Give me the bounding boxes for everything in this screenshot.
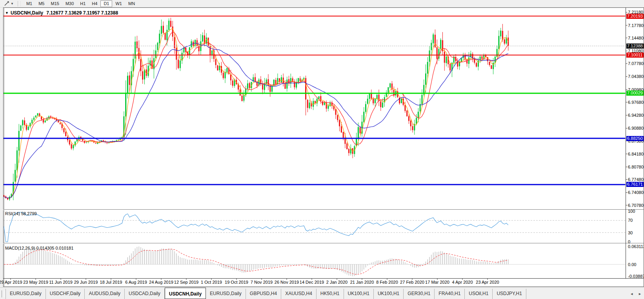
tabbar-grip[interactable] — [2, 290, 4, 297]
tab-scroll-right-icon[interactable]: ► — [636, 289, 644, 299]
chart-tab-gbpusd-h4[interactable]: GBPUSD,H4 — [246, 289, 281, 299]
chart-tab-ger30-h1[interactable]: GER30,H1 — [404, 289, 435, 299]
chart-window: 0.0631130.00-0.0388727.211807.177807.144… — [0, 0, 644, 299]
chart-tab-hk50-h1[interactable]: HK50,H1 — [317, 289, 344, 299]
chart-tab-bar: EURUSD,DailyUSDCHF,DailyAUDUSD,DailyUSDC… — [0, 287, 644, 299]
chart-tab-audusd-daily[interactable]: AUDUSD,Daily — [85, 289, 125, 299]
chart-tab-xauusd-h4[interactable]: XAUUSD,H4 — [281, 289, 317, 299]
chart-tab-usdcad-daily[interactable]: USDCAD,Daily — [125, 289, 165, 299]
chart-tab-eurusd-daily[interactable]: EURUSD,Daily — [206, 289, 246, 299]
mt4-window: ▼ M1M5M15M30H1H4D1W1MN 0.0631130.00-0.03… — [0, 0, 644, 299]
chart-tabs: EURUSD,DailyUSDCHF,DailyAUDUSD,DailyUSDC… — [5, 289, 526, 299]
chart-tab-eurusd-daily[interactable]: EURUSD,Daily — [5, 289, 46, 299]
chart-tab-usoil-h1[interactable]: USOil,H1 — [465, 289, 493, 299]
chart-tab-usdcnh-daily[interactable]: USDCNH,Daily — [165, 288, 206, 299]
chart-tab-fra40-h1[interactable]: FRA40,H1 — [435, 289, 465, 299]
chart-tab-usdjpy-h1[interactable]: USDJPY,H1 — [493, 289, 526, 299]
tab-scroll-left-icon[interactable]: ◄ — [628, 289, 636, 299]
tabbar-spacer — [526, 289, 628, 299]
chart-tab-usdchf-daily[interactable]: USDCHF,Daily — [46, 289, 85, 299]
chart-tab-uk100-h1[interactable]: UK100,H1 — [374, 289, 404, 299]
chart-canvas[interactable] — [0, 0, 644, 299]
chart-tab-uk100-h1[interactable]: UK100,H1 — [344, 289, 374, 299]
